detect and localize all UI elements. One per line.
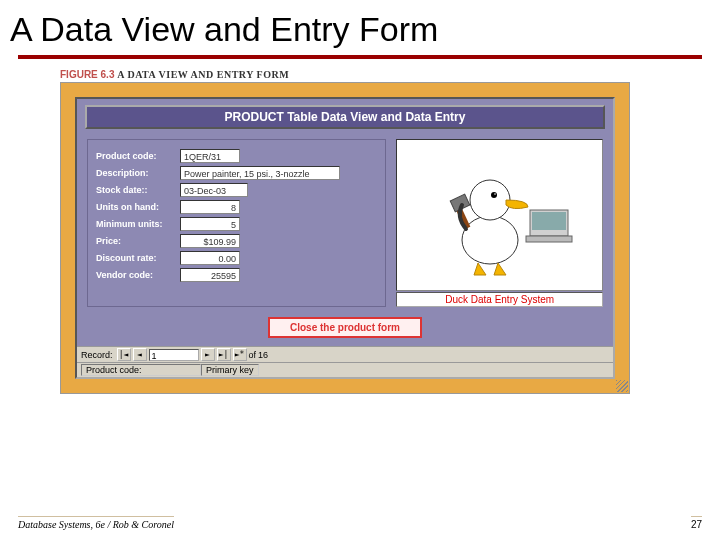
- input-discount-rate[interactable]: 0.00: [180, 251, 240, 265]
- form-header: PRODUCT Table Data View and Data Entry: [85, 105, 605, 129]
- figure-title: A DATA VIEW AND ENTRY FORM: [117, 69, 289, 80]
- input-minimum-units[interactable]: 5: [180, 217, 240, 231]
- nav-next-button[interactable]: ►: [201, 348, 215, 361]
- svg-rect-1: [532, 212, 566, 230]
- figure-caption: FIGURE 6.3 A DATA VIEW AND ENTRY FORM: [60, 69, 720, 80]
- page-number: 27: [691, 516, 702, 530]
- row-units-on-hand: Units on hand: 8: [96, 200, 377, 214]
- nav-new-button[interactable]: ►*: [233, 348, 247, 361]
- status-field-name: Product code:: [81, 364, 201, 376]
- input-product-code[interactable]: 1QER/31: [180, 149, 240, 163]
- footer-source: Database Systems, 6e / Rob & Coronel: [18, 516, 174, 530]
- resize-grip-icon[interactable]: [616, 380, 628, 392]
- input-price[interactable]: $109.99: [180, 234, 240, 248]
- label-discount-rate: Discount rate:: [96, 253, 180, 263]
- nav-label: Record:: [81, 350, 113, 360]
- nav-first-button[interactable]: |◄: [117, 348, 131, 361]
- slide-footer: Database Systems, 6e / Rob & Coronel 27: [0, 516, 720, 530]
- row-product-code: Product code: 1QER/31: [96, 149, 377, 163]
- row-vendor-code: Vendor code: 25595: [96, 268, 377, 282]
- label-stock-date: Stock date::: [96, 185, 180, 195]
- title-underline: [18, 55, 702, 59]
- input-vendor-code[interactable]: 25595: [180, 268, 240, 282]
- form-panel: PRODUCT Table Data View and Data Entry P…: [75, 97, 615, 379]
- close-button-row: Close the product form: [77, 311, 613, 346]
- row-stock-date: Stock date:: 03-Dec-03: [96, 183, 377, 197]
- label-minimum-units: Minimum units:: [96, 219, 180, 229]
- nav-last-button[interactable]: ►|: [217, 348, 231, 361]
- svg-rect-2: [526, 236, 572, 242]
- image-caption: Duck Data Entry System: [396, 292, 603, 307]
- nav-prev-button[interactable]: ◄: [133, 348, 147, 361]
- nav-current-field[interactable]: 1: [149, 349, 199, 361]
- row-minimum-units: Minimum units: 5: [96, 217, 377, 231]
- close-button[interactable]: Close the product form: [268, 317, 422, 338]
- status-field-desc: Primary key: [201, 364, 259, 376]
- input-stock-date[interactable]: 03-Dec-03: [180, 183, 248, 197]
- record-nav-bar: Record: |◄ ◄ 1 ► ►| ►* of 16: [77, 346, 613, 362]
- status-bar: Product code: Primary key: [77, 362, 613, 377]
- duck-image: [396, 139, 603, 291]
- row-price: Price: $109.99: [96, 234, 377, 248]
- app-window: PRODUCT Table Data View and Data Entry P…: [60, 82, 630, 394]
- nav-of-label: of: [249, 350, 257, 360]
- svg-point-4: [470, 180, 510, 220]
- input-description[interactable]: Power painter, 15 psi., 3-nozzle: [180, 166, 340, 180]
- label-product-code: Product code:: [96, 151, 180, 161]
- input-units-on-hand[interactable]: 8: [180, 200, 240, 214]
- row-discount-rate: Discount rate: 0.00: [96, 251, 377, 265]
- svg-point-5: [491, 192, 497, 198]
- form-body: Product code: 1QER/31 Description: Power…: [77, 133, 613, 311]
- row-description: Description: Power painter, 15 psi., 3-n…: [96, 166, 377, 180]
- svg-point-6: [494, 193, 496, 195]
- slide-title: A Data View and Entry Form: [0, 0, 720, 55]
- nav-total: 16: [258, 350, 268, 360]
- label-price: Price:: [96, 236, 180, 246]
- svg-point-3: [462, 216, 518, 264]
- fields-column: Product code: 1QER/31 Description: Power…: [87, 139, 386, 307]
- label-description: Description:: [96, 168, 180, 178]
- label-units-on-hand: Units on hand:: [96, 202, 180, 212]
- duck-icon: [420, 145, 580, 285]
- image-column: Duck Data Entry System: [396, 139, 603, 307]
- label-vendor-code: Vendor code:: [96, 270, 180, 280]
- figure-label: FIGURE 6.3: [60, 69, 114, 80]
